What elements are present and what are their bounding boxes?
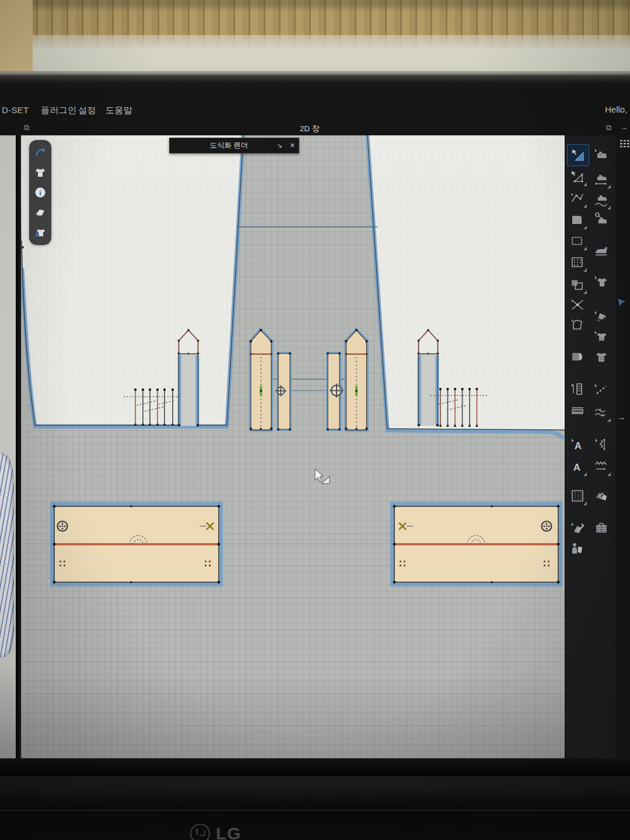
tool-baseline-stitch[interactable] bbox=[591, 379, 612, 400]
show-garment-icon[interactable] bbox=[33, 165, 48, 180]
tool-cut-cross[interactable] bbox=[567, 295, 588, 316]
render-panel-minimize-icon[interactable]: ↘ bbox=[273, 142, 286, 149]
tool-apply-texture[interactable] bbox=[591, 326, 612, 347]
svg-text:A: A bbox=[575, 440, 582, 452]
bezel-seam bbox=[0, 810, 630, 811]
garment-lock-icon[interactable] bbox=[33, 225, 48, 240]
tool-inspect-sewing[interactable] bbox=[591, 208, 612, 229]
lg-brand-text: LG bbox=[216, 824, 242, 840]
window-detach-arrow-icon[interactable]: → bbox=[620, 123, 628, 132]
render-panel-close-icon[interactable]: ✕ bbox=[286, 142, 299, 149]
tool-pleat-panel[interactable] bbox=[567, 485, 588, 506]
tool-pattern-outline[interactable] bbox=[567, 230, 588, 251]
tool-elastic-band[interactable] bbox=[591, 456, 612, 477]
menu-item-settings[interactable]: 설정 bbox=[78, 105, 96, 116]
tool-curve-sewing[interactable] bbox=[591, 190, 612, 211]
sliver-shadow bbox=[0, 665, 16, 758]
tool-shirring[interactable] bbox=[591, 434, 612, 455]
tool-edit-curve[interactable] bbox=[567, 188, 588, 209]
right-side-strip bbox=[615, 135, 630, 758]
tool-seam-ruler[interactable] bbox=[567, 379, 588, 400]
expand-arrow-icon[interactable]: → bbox=[617, 412, 625, 422]
tool-avatar-pattern[interactable] bbox=[567, 538, 588, 559]
tool-transform[interactable] bbox=[567, 144, 589, 166]
pattern-piece-waistband-right[interactable] bbox=[393, 504, 561, 584]
window-float-icon[interactable]: ⧉ bbox=[606, 123, 611, 132]
pattern-piece-waistband-left[interactable] bbox=[52, 504, 221, 584]
room-wall-left bbox=[0, 0, 33, 74]
screen-bottom-shadow bbox=[0, 758, 630, 776]
tool-pattern-shape[interactable] bbox=[567, 209, 588, 230]
monitor-bezel-bottom: LG bbox=[0, 776, 630, 840]
tool-select-garment[interactable] bbox=[591, 271, 612, 292]
tool-pattern-grid[interactable] bbox=[567, 252, 588, 273]
blue-cursor-icon bbox=[617, 298, 626, 309]
tool-symmetry-pattern[interactable] bbox=[591, 485, 612, 506]
tool-pattern-pen[interactable] bbox=[567, 517, 588, 538]
info-icon[interactable]: i bbox=[33, 185, 48, 200]
window-restore-icon[interactable]: ⧉ bbox=[24, 123, 29, 132]
tool-fabric-roll[interactable] bbox=[567, 346, 588, 368]
tool-copy-pattern[interactable] bbox=[567, 274, 588, 295]
tool-segment-sewing[interactable] bbox=[591, 144, 612, 165]
button-symbol bbox=[58, 522, 68, 531]
tool-texture-roller[interactable] bbox=[591, 306, 612, 327]
window-divider[interactable] bbox=[16, 135, 21, 758]
button-symbol bbox=[542, 522, 552, 531]
render-panel-titlebar[interactable]: 도식화 렌더 ↘ ✕ bbox=[169, 138, 299, 153]
tool-free-sewing[interactable] bbox=[591, 169, 612, 190]
tool-text[interactable]: A bbox=[567, 434, 588, 455]
tool-trace-outline[interactable] bbox=[567, 314, 588, 335]
tool-text-style[interactable]: A bbox=[567, 456, 588, 477]
adjacent-3d-window-sliver[interactable] bbox=[0, 135, 16, 758]
left-floating-toolbar: i bbox=[29, 140, 51, 245]
needle-curve-tool-icon[interactable] bbox=[33, 145, 48, 160]
room-wall-lower bbox=[0, 35, 630, 74]
menu-item-help[interactable]: 도움말 bbox=[106, 105, 132, 116]
grid-dots-icon[interactable] bbox=[620, 140, 630, 151]
tool-wave-stitch[interactable] bbox=[591, 402, 612, 423]
tool-edit-pattern[interactable] bbox=[567, 166, 588, 187]
pattern-2d-canvas[interactable] bbox=[21, 135, 565, 758]
svg-text:A: A bbox=[573, 462, 580, 473]
pattern-piece-placket-left[interactable] bbox=[250, 329, 272, 430]
menu-item-plugin[interactable]: 플러그인 bbox=[41, 105, 76, 116]
render-panel-title: 도식화 렌더 bbox=[170, 141, 273, 150]
tool-quilting[interactable] bbox=[591, 517, 612, 538]
menu-item-mdset[interactable]: D-SET bbox=[2, 105, 29, 115]
pattern-piece-placket-right[interactable] bbox=[345, 329, 368, 430]
lg-logo: LG bbox=[190, 824, 242, 840]
lg-emblem-icon bbox=[190, 824, 210, 840]
tool-tape-measure[interactable] bbox=[567, 400, 588, 421]
account-greeting: Hello, bbox=[605, 104, 627, 114]
striped-garment-sleeve bbox=[0, 453, 14, 657]
tab-2d-window[interactable]: 2D 창 bbox=[300, 124, 320, 134]
tool-texture-fill[interactable] bbox=[591, 347, 612, 368]
edge-point[interactable] bbox=[22, 246, 24, 249]
fabric-layer-icon[interactable] bbox=[33, 205, 48, 220]
svg-text:i: i bbox=[39, 188, 41, 197]
tool-iron-press[interactable] bbox=[591, 240, 612, 261]
